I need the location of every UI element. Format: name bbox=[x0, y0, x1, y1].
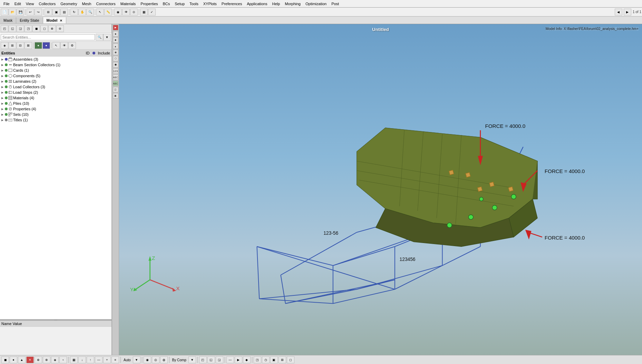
left-tb-2[interactable]: ◱ bbox=[9, 25, 16, 32]
tree-laminates[interactable]: ▶ Laminates (2) bbox=[0, 79, 111, 84]
menu-tools[interactable]: Tools bbox=[187, 1, 201, 7]
mesh-quality-btn[interactable]: ▦ bbox=[140, 9, 148, 16]
left-tb-8[interactable]: ⊖ bbox=[56, 25, 64, 32]
view-top-btn[interactable]: ▤ bbox=[60, 9, 68, 16]
bt-3[interactable]: ▲ bbox=[18, 356, 26, 363]
bt-line-1[interactable]: — bbox=[226, 356, 234, 363]
menu-morphing[interactable]: Morphing bbox=[283, 1, 303, 7]
bt-view-1[interactable]: ◳ bbox=[254, 356, 261, 363]
et-arrow[interactable]: ↖ bbox=[52, 42, 60, 49]
vi-btn-11[interactable]: ◫ bbox=[113, 87, 118, 92]
tree-properties[interactable]: ▶ P Properties (4) bbox=[0, 106, 111, 112]
menu-connectors[interactable]: Connectors bbox=[94, 1, 117, 7]
next-page-btn[interactable]: ▶ bbox=[624, 9, 631, 16]
measure-btn[interactable]: 📏 bbox=[104, 9, 112, 16]
vi-btn-1[interactable]: ▶ bbox=[113, 25, 118, 30]
pan-btn[interactable]: ✋ bbox=[78, 9, 86, 16]
display-btn[interactable]: ◉ bbox=[114, 9, 122, 16]
bt-auto-dd[interactable]: ▼ bbox=[133, 356, 140, 363]
bt-mesh-5[interactable]: + bbox=[103, 356, 111, 363]
tree-components[interactable]: ▶ Components (5) bbox=[0, 73, 111, 79]
tab-model[interactable]: Model ✕ bbox=[43, 17, 67, 23]
bt-view-5[interactable]: ◻ bbox=[287, 356, 294, 363]
menu-materials[interactable]: Materials bbox=[118, 1, 138, 7]
vi-btn-8[interactable]: 123 bbox=[113, 68, 118, 74]
tree-beam-sections[interactable]: ▶ Beam Section Collectors (1) bbox=[0, 62, 111, 68]
bt-view-2[interactable]: ◷ bbox=[262, 356, 270, 363]
view-fit-btn[interactable]: ⊞ bbox=[45, 9, 52, 16]
menu-collectors[interactable]: Collectors bbox=[37, 1, 58, 7]
menu-mesh[interactable]: Mesh bbox=[80, 1, 94, 7]
et-display[interactable]: ● bbox=[35, 42, 42, 49]
vi-btn-10[interactable]: ABC bbox=[113, 81, 118, 86]
left-tb-3[interactable]: ◲ bbox=[17, 25, 24, 32]
tree-load-collectors[interactable]: ▶ Load Collectors (3) bbox=[0, 84, 111, 90]
bt-comp-dd[interactable]: ▼ bbox=[188, 356, 196, 363]
left-tb-6[interactable]: ◻ bbox=[40, 25, 48, 32]
view-front-btn[interactable]: ▣ bbox=[52, 9, 60, 16]
left-tb-4[interactable]: ◳ bbox=[25, 25, 32, 32]
bt-mesh-1[interactable]: ▦ bbox=[70, 356, 78, 363]
bt-display-3[interactable]: ◲ bbox=[216, 356, 223, 363]
bt-sel-3[interactable]: ◍ bbox=[160, 356, 168, 363]
vi-btn-9[interactable]: ABC bbox=[113, 74, 118, 80]
left-tb-1[interactable]: ◰ bbox=[1, 25, 8, 32]
bt-view-3[interactable]: ▣ bbox=[270, 356, 278, 363]
menu-post[interactable]: Post bbox=[329, 1, 341, 7]
et-1[interactable]: ◈ bbox=[1, 42, 8, 49]
tab-entity-state[interactable]: Entity State bbox=[16, 17, 43, 23]
et-2[interactable]: ⊞ bbox=[9, 42, 16, 49]
bt-7[interactable]: ◈ bbox=[51, 356, 59, 363]
tree-cards[interactable]: ▶ Cards (1) bbox=[0, 68, 111, 73]
menu-preferences[interactable]: Preferences bbox=[220, 1, 244, 7]
tree-load-steps[interactable]: ▶ Load Steps (2) bbox=[0, 90, 111, 95]
menu-edit[interactable]: Edit bbox=[12, 1, 23, 7]
bt-mesh-2[interactable]: ↓ bbox=[78, 356, 86, 363]
isolate-btn[interactable]: ⊙ bbox=[130, 9, 138, 16]
menu-geometry[interactable]: Geometry bbox=[58, 1, 79, 7]
vi-btn-6[interactable]: ⬡ bbox=[113, 56, 118, 61]
bt-sel-2[interactable]: ◎ bbox=[152, 356, 159, 363]
vi-btn-3[interactable]: ◆ bbox=[113, 37, 118, 43]
et-color[interactable]: ● bbox=[42, 42, 50, 49]
et-3[interactable]: ⊟ bbox=[17, 42, 24, 49]
tree-piles[interactable]: ▶ Piles (10) bbox=[0, 101, 111, 106]
menu-setup[interactable]: Setup bbox=[173, 1, 187, 7]
menu-view[interactable]: View bbox=[24, 1, 36, 7]
menu-applications[interactable]: Applications bbox=[245, 1, 269, 7]
rotate-btn[interactable]: ↻ bbox=[70, 9, 78, 16]
menu-bcs[interactable]: BCs bbox=[161, 1, 172, 7]
vi-btn-5[interactable]: ◉ bbox=[113, 50, 118, 55]
vi-btn-2[interactable]: ■ bbox=[113, 31, 118, 37]
bt-8[interactable]: ⋆ bbox=[59, 356, 67, 363]
bt-mesh-3[interactable]: ↑ bbox=[87, 356, 94, 363]
prev-page-btn[interactable]: ◀ bbox=[615, 9, 622, 16]
bt-view-4[interactable]: ⊞ bbox=[279, 356, 286, 363]
vi-btn-7[interactable]: ⬢ bbox=[113, 62, 118, 68]
bt-line-3[interactable]: ◆ bbox=[243, 356, 251, 363]
bt-2[interactable]: ● bbox=[10, 356, 17, 363]
viewport[interactable]: Untitled Model Info: X:\flasher\FEA\foru… bbox=[119, 24, 642, 355]
et-config[interactable]: ⚙ bbox=[68, 42, 76, 49]
search-input[interactable] bbox=[1, 34, 95, 40]
vi-btn-12[interactable]: ▣ bbox=[113, 93, 118, 99]
redo-btn[interactable]: ↪ bbox=[35, 9, 42, 16]
bt-sel-1[interactable]: ◉ bbox=[144, 356, 151, 363]
new-btn[interactable]: 📄 bbox=[1, 9, 8, 16]
tree-assemblies[interactable]: ▶ Assemblies (3) bbox=[0, 57, 111, 62]
menu-file[interactable]: File bbox=[1, 1, 12, 7]
left-tb-5[interactable]: ◼ bbox=[32, 25, 40, 32]
save-btn[interactable]: 💾 bbox=[17, 9, 24, 16]
hide-btn[interactable]: 👁 bbox=[122, 9, 130, 16]
bt-comp[interactable]: ✕ bbox=[26, 356, 34, 363]
left-tb-7[interactable]: ⊕ bbox=[48, 25, 56, 32]
select-btn[interactable]: ↖ bbox=[96, 9, 104, 16]
bt-display-2[interactable]: ◱ bbox=[207, 356, 215, 363]
check-btn[interactable]: ✓ bbox=[148, 9, 156, 16]
menu-xyplots[interactable]: XYPlots bbox=[201, 1, 219, 7]
menu-optimization[interactable]: Optimization bbox=[303, 1, 329, 7]
search-btn[interactable]: 🔍 bbox=[96, 34, 103, 41]
bt-display-1[interactable]: ◰ bbox=[199, 356, 207, 363]
vi-btn-4[interactable]: ▲ bbox=[113, 43, 118, 49]
bt-line-2[interactable]: ▶ bbox=[235, 356, 242, 363]
